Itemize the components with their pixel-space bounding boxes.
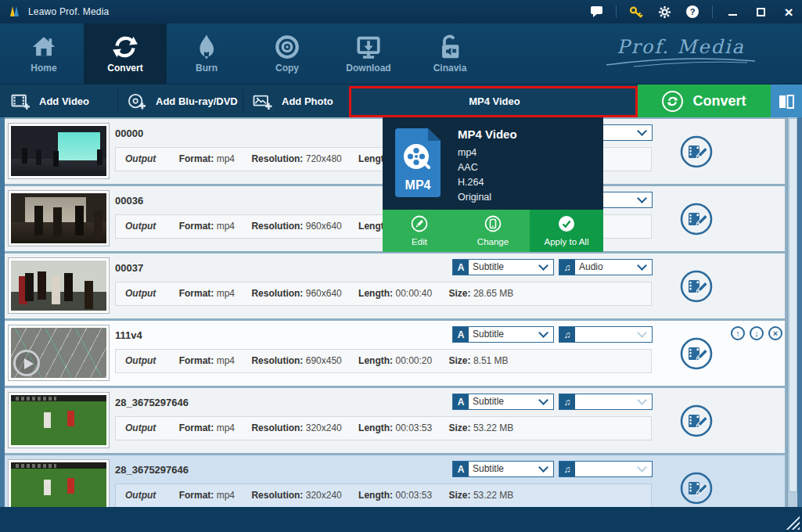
subtitle-icon: A [453,260,469,275]
output-format-button[interactable]: MP4 Video [351,84,638,118]
audio-dropdown[interactable]: ♫ [559,326,653,343]
popup-detail-quality: Original [458,192,491,203]
chevron-down-icon [637,126,647,136]
help-icon[interactable]: ? [684,3,701,20]
edit-pencil-icon [411,215,428,232]
toolbar: Add Video Add Blu-ray/DVD Add Photo MP4 … [0,84,802,117]
titlebar-separator [616,5,617,18]
edit-video-button[interactable] [679,471,714,505]
video-row[interactable]: 00037 Output Format: mp4 Resolution: 960… [5,253,785,318]
photo-plus-icon [253,93,272,110]
add-photo-button[interactable]: Add Photo [253,84,333,118]
brand-logo: Prof. Media [595,36,767,67]
scrollbar-thumb[interactable] [789,118,797,492]
video-title: 111v4 [115,329,142,341]
size-value: Size: 28.65 MB [449,288,514,299]
chevron-down-icon [637,261,647,271]
audio-dropdown[interactable]: ♫ [559,394,653,410]
video-thumbnail [8,123,110,179]
subtitle-dropdown[interactable]: A Subtitle [452,259,554,275]
video-title: 00037 [115,262,143,274]
format-value: Format: mp4 [179,153,235,164]
chevron-down-icon [538,328,548,338]
status-bar [0,507,802,532]
play-icon[interactable] [13,350,40,376]
audio-dropdown[interactable]: ♫ [559,461,653,477]
move-down-icon[interactable]: ↓ [750,326,764,340]
app-title: Leawo Prof. Media [28,6,109,17]
resolution-value: Resolution: 720x480 [251,153,341,164]
popup-apply-to-all-button[interactable]: Apply to All [530,210,603,252]
edit-video-button[interactable] [679,269,714,304]
minimize-button[interactable] [724,3,741,20]
convert-button[interactable]: Convert [638,84,771,118]
video-row[interactable]: 28_3675297646 Output Format: mp4 Resolut… [5,388,785,453]
tab-home[interactable]: Home [11,23,77,84]
size-value: Size: 53.22 MB [449,490,514,501]
edit-video-button[interactable] [679,202,714,236]
chevron-down-icon [538,261,548,271]
video-thumbnail [8,257,110,314]
burn-icon [192,33,221,61]
resolution-value: Resolution: 960x640 [251,288,341,299]
audio-icon: ♫ [559,462,575,476]
subtitle-dropdown[interactable]: A Subtitle [452,394,554,410]
feedback-icon[interactable] [588,3,605,20]
tab-convert[interactable]: Convert [84,23,167,84]
popup-detail-container: mp4 [458,147,477,158]
tab-download[interactable]: Download [329,23,408,84]
format-value: Format: mp4 [179,221,235,232]
maximize-button[interactable] [752,3,769,20]
size-value: Size: 8.51 MB [449,355,509,366]
tab-copy[interactable]: Copy [249,23,325,84]
add-video-button[interactable]: Add Video [11,84,89,118]
subtitle-dropdown[interactable]: A Subtitle [452,461,554,477]
subtitle-dropdown[interactable]: A Subtitle [452,326,554,343]
video-thumbnail [8,325,110,381]
format-popup-body: MP4 MP4 Video mp4 AAC H.264 Original [383,117,603,210]
move-up-icon[interactable]: ↑ [731,326,745,340]
edit-video-button[interactable] [679,404,714,438]
svg-text:MP4: MP4 [405,178,431,192]
audio-dropdown[interactable]: ♫ Audio [559,259,653,275]
format-value: Format: mp4 [179,288,235,299]
size-value: Size: 53.22 MB [449,422,514,433]
video-thumbnail [8,392,110,448]
register-key-icon[interactable] [628,3,645,20]
resolution-value: Resolution: 960x640 [251,221,341,232]
video-title: 28_3675297646 [115,464,189,476]
copy-icon [273,33,301,61]
output-info: Output Format: mp4 Resolution: 320x240 L… [115,483,652,507]
output-info: Output Format: mp4 Resolution: 690x450 L… [115,349,652,373]
tab-burn[interactable]: Burn [168,23,245,84]
resize-grip[interactable] [786,516,800,530]
main-nav: Home Convert Burn Copy Download [0,23,802,84]
tab-cinavia[interactable]: Cinavia [412,23,487,84]
film-edit-icon [679,269,714,304]
popup-edit-button[interactable]: Edit [383,210,456,252]
mp4-file-icon: MP4 [395,128,441,197]
convert-icon [111,33,139,61]
video-row[interactable]: 28_3675297646 Output Format: mp4 Resolut… [5,455,785,507]
output-info: Output Format: mp4 Resolution: 960x640 L… [115,282,652,306]
add-bluray-dvd-button[interactable]: Add Blu-ray/DVD [128,84,238,118]
edit-video-button[interactable] [679,135,714,169]
remove-icon[interactable]: × [768,326,782,340]
scrollbar[interactable] [787,117,797,507]
video-title: 28_3675297646 [115,397,189,408]
settings-gear-icon[interactable] [656,3,673,20]
leawo-logo-icon [8,5,22,18]
popup-change-button[interactable]: Change [456,210,530,252]
change-device-icon [484,215,502,232]
film-plus-icon [11,93,30,110]
edit-video-button[interactable] [679,336,714,371]
length-value: Length: 00:03:53 [358,422,432,433]
film-edit-icon [679,135,714,169]
video-row[interactable]: 111v4 Output Format: mp4 Resolution: 690… [5,321,785,386]
row-hover-actions: ↑ ↓ × [731,326,782,340]
film-edit-icon [679,336,714,371]
side-panel-toggle-button[interactable] [771,84,802,118]
popup-detail-video-codec: H.264 [458,177,484,188]
close-button[interactable]: × [780,3,797,20]
chevron-down-icon [637,193,647,203]
